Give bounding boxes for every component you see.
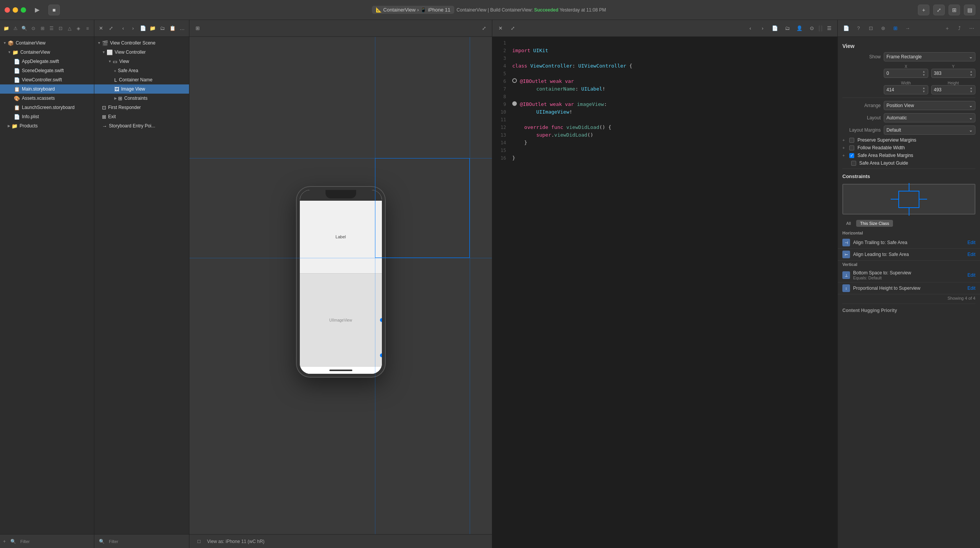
inspector-more-icon[interactable]: ⋯ [966, 23, 977, 34]
stop-button[interactable]: ■ [48, 5, 60, 15]
width-value[interactable]: 414 ▲▼ [884, 85, 928, 94]
split-editor-icon[interactable] [819, 25, 822, 31]
step-arrows-h[interactable]: ▲▼ [970, 86, 973, 93]
iboutlet-indicator-6[interactable] [512, 78, 517, 83]
zoom-fit-icon[interactable]: ⤢ [479, 23, 489, 33]
layout-dropdown[interactable]: Automatic ⌄ [884, 113, 975, 122]
file-assets[interactable]: 🎨 Assets.xcassets [0, 94, 94, 103]
inspector-quickhelp-icon[interactable]: ? [853, 23, 864, 34]
show-dropdown[interactable]: Frame Rectangle ⌄ [884, 52, 975, 61]
scene-filter-label[interactable]: Filter [109, 539, 186, 544]
add-button[interactable]: + [918, 5, 929, 15]
layout-margins-dropdown[interactable]: Default ⌄ [884, 125, 975, 135]
add-icon[interactable]: + [3, 539, 6, 544]
minimize-button[interactable] [13, 7, 18, 13]
expand-code-icon[interactable]: ⤢ [508, 23, 518, 33]
edit-height-button[interactable]: Edit [967, 286, 975, 291]
expand-editor-icon[interactable]: ⤢ [107, 23, 115, 33]
sidebar-toggle[interactable]: ▤ [964, 5, 975, 15]
y-coord-value[interactable]: 383 ▲▼ [931, 69, 976, 78]
height-value[interactable]: 493 ▲▼ [931, 85, 976, 94]
safe-area-layout-checkbox[interactable] [851, 161, 856, 166]
author-icon[interactable]: 👤 [794, 23, 804, 33]
navigator-icon-2[interactable]: ⚠ [12, 24, 19, 33]
inspector-identity-icon[interactable]: ⊡ [865, 23, 876, 34]
inspector-size-icon[interactable]: ⊞ [890, 23, 901, 34]
navigator-icon-4[interactable]: ⊙ [30, 24, 37, 33]
tree-view[interactable]: ▼ ▭ View [94, 57, 189, 66]
inspector-share-icon[interactable]: ⤴ [954, 23, 965, 34]
filter-label[interactable]: Filter [20, 539, 91, 544]
file-viewcontroller[interactable]: 📄 ViewController.swift [0, 75, 94, 84]
preserve-superview-checkbox[interactable] [849, 138, 854, 143]
struct-icon[interactable]: 🗂 [782, 23, 792, 33]
file-chooser-icon[interactable]: 📄 [139, 23, 147, 33]
nav-back-code-icon[interactable]: ‹ [745, 23, 755, 33]
nav-back-icon[interactable]: ‹ [119, 23, 127, 33]
add-preserve-icon[interactable]: + [842, 138, 845, 142]
fullscreen-button[interactable]: ⤢ [933, 5, 945, 15]
step-arrows-y[interactable]: ▲▼ [970, 70, 973, 77]
run-button[interactable]: ▶ [30, 4, 44, 16]
tab-all[interactable]: All [842, 220, 855, 227]
tree-exit[interactable]: ⊠ Exit [94, 112, 189, 121]
tree-container-name[interactable]: L Container Name [94, 75, 189, 84]
navigator-icon-6[interactable]: ☰ [48, 24, 55, 33]
split-button[interactable]: ⊞ [949, 5, 960, 15]
related-icon[interactable]: … [178, 23, 186, 33]
navigator-icon-3[interactable]: 🔍 [21, 24, 28, 33]
file-appdelegate[interactable]: 📄 AppDelegate.swift [0, 57, 94, 66]
safe-area-relative-checkbox[interactable]: ✓ [849, 153, 854, 158]
nav-forward-code-icon[interactable]: › [758, 23, 768, 33]
tree-safe-area[interactable]: ▫ Safe Area [94, 66, 189, 75]
tab-this-size-class[interactable]: This Size Class [856, 220, 893, 227]
storyboard-canvas[interactable]: → Label [189, 37, 492, 534]
close-code-icon[interactable]: ✕ [495, 23, 505, 33]
tree-products[interactable]: ▶ 📁 Products [0, 121, 94, 130]
iboutlet-indicator-9[interactable] [512, 101, 517, 106]
x-coord-value[interactable]: 0 ▲▼ [884, 69, 928, 78]
follow-readable-checkbox[interactable] [849, 145, 854, 150]
inspector-add-icon[interactable]: ＋ [942, 23, 952, 34]
file-scenedelegate[interactable]: 📄 SceneDelegate.swift [0, 66, 94, 75]
tree-vc-scene[interactable]: ▼ 🎬 View Controller Scene [94, 38, 189, 48]
filter-icon[interactable]: 🔍 [9, 537, 17, 546]
step-arrows-w[interactable]: ▲▼ [922, 86, 926, 93]
inspector-attributes-icon[interactable]: ⊛ [878, 23, 888, 34]
nav-forward-icon[interactable]: › [129, 23, 137, 33]
history-icon[interactable]: ⊙ [807, 23, 817, 33]
file-infoplist[interactable]: 📄 Info.plist [0, 112, 94, 121]
maximize-button[interactable] [21, 7, 26, 13]
close-button[interactable] [5, 7, 10, 13]
inspector-connections-icon[interactable]: → [902, 23, 913, 34]
navigator-icon-8[interactable]: △ [66, 24, 73, 33]
add-follow-icon[interactable]: + [842, 145, 845, 150]
doc-icon[interactable]: 🗂 [159, 23, 166, 33]
edit-bottom-button[interactable]: Edit [967, 272, 975, 278]
close-editor-icon[interactable]: ✕ [97, 23, 105, 33]
tree-storyboard-entry[interactable]: → Storyboard Entry Poi... [94, 121, 189, 130]
storyboard-chooser-icon[interactable]: 📋 [169, 23, 176, 33]
tree-first-responder[interactable]: ⊡ First Responder [94, 103, 189, 112]
arrange-dropdown[interactable]: Position View ⌄ [884, 101, 975, 110]
tree-vc[interactable]: ▼ ⬜ View Controller [94, 48, 189, 57]
navigator-icon-10[interactable]: ≡ [84, 24, 91, 33]
tree-root[interactable]: ▼ 📦 ContainerView [0, 38, 94, 48]
file-main-storyboard[interactable]: 📋 Main.storyboard [0, 84, 94, 94]
edit-trailing-button[interactable]: Edit [967, 240, 975, 245]
navigator-icon-1[interactable]: 📁 [3, 24, 10, 33]
tree-group[interactable]: ▼ 📁 ContainerView [0, 48, 94, 57]
filter-icon[interactable]: 🔍 [97, 537, 106, 546]
edit-leading-button[interactable]: Edit [967, 252, 975, 257]
grid-icon[interactable]: ⊞ [192, 23, 202, 33]
file-launch-storyboard[interactable]: 📋 LaunchScreen.storyboard [0, 103, 94, 112]
step-arrows[interactable]: ▲▼ [922, 70, 926, 77]
file-chooser-code-icon[interactable]: 📄 [770, 23, 780, 33]
inspector-file-icon[interactable]: 📄 [841, 23, 852, 34]
tree-image-view[interactable]: 🖼 Image View [94, 84, 189, 94]
breadcrumb[interactable]: 📐 ContainerView › 📱 iPhone 11 [372, 6, 454, 14]
tree-constraints[interactable]: ▶ ⊞ Constraints [94, 94, 189, 103]
navigator-icon-7[interactable]: ⊡ [57, 24, 64, 33]
related-code-icon[interactable]: ☰ [824, 23, 834, 33]
navigator-icon-5[interactable]: ⊞ [39, 24, 46, 33]
